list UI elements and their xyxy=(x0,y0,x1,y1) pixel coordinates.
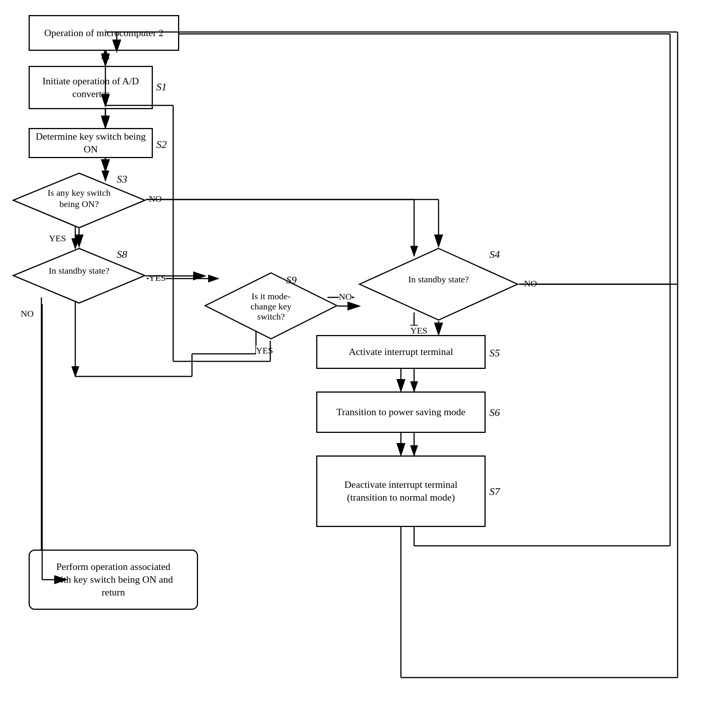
perform-operation-box: Perform operation associatedwith key swi… xyxy=(29,550,198,610)
s4-label: S4 xyxy=(489,248,500,260)
svg-text:In standby state?: In standby state? xyxy=(49,266,109,276)
s1-label: S1 xyxy=(156,81,167,93)
s2-box: Determine key switch being ON xyxy=(29,128,153,158)
s4-no-label: NO xyxy=(524,279,537,289)
s7-box: Deactivate interrupt terminal(transition… xyxy=(316,455,486,527)
s7-label: S7 xyxy=(489,486,500,498)
s9-yes-label: YES xyxy=(256,346,273,356)
s3-no-label: NO xyxy=(149,194,162,204)
s2-label: S2 xyxy=(156,139,167,151)
s5-label: S5 xyxy=(489,347,500,359)
s5-box: Activate interrupt terminal xyxy=(316,335,486,369)
s9-label: S9 xyxy=(286,274,297,286)
s3-label: S3 xyxy=(117,173,127,185)
svg-text:Is any key switch: Is any key switch xyxy=(47,188,110,198)
s8-yes-label: YES xyxy=(149,273,166,283)
svg-text:being ON?: being ON? xyxy=(59,199,99,209)
s3-yes-label: YES xyxy=(49,233,66,244)
s6-label: S6 xyxy=(489,407,500,419)
svg-text:In standby state?: In standby state? xyxy=(408,274,469,284)
s8-label: S8 xyxy=(117,248,127,260)
flowchart: Operation of microcomputer 2 Initiate op… xyxy=(0,0,716,728)
s9-no-label: NO xyxy=(339,292,352,302)
s1-box: Initiate operation of A/Dconverter xyxy=(29,66,153,109)
s4-yes-label: YES xyxy=(410,326,427,336)
svg-text:switch?: switch? xyxy=(257,312,285,321)
s8-no-label: NO xyxy=(21,309,34,319)
s6-box: Transition to power saving mode xyxy=(316,391,486,433)
svg-text:change key: change key xyxy=(251,302,292,311)
start-box: Operation of microcomputer 2 xyxy=(29,15,179,51)
svg-text:Is it mode-: Is it mode- xyxy=(251,291,291,301)
